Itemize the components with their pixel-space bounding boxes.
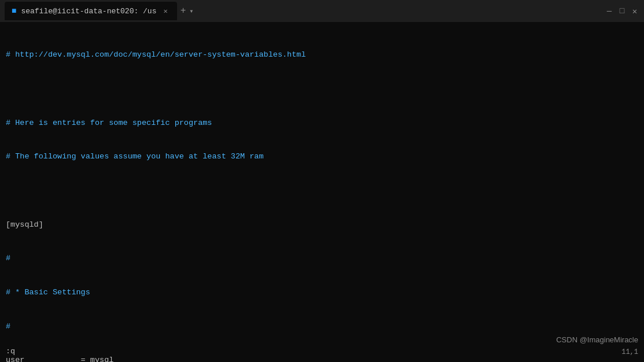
maximize-button[interactable]: □ bbox=[617, 6, 627, 16]
line-9: # bbox=[6, 321, 638, 333]
window-controls: — □ ✕ bbox=[605, 6, 639, 16]
terminal-tab[interactable]: ■ seafile@iicit-data-net020: /us ✕ bbox=[5, 2, 177, 20]
line-10: user = mysql bbox=[6, 354, 638, 362]
tab-label: seafile@iicit-data-net020: /us bbox=[21, 7, 156, 16]
line-2 bbox=[6, 83, 638, 95]
tab-area: ■ seafile@iicit-data-net020: /us ✕ + ▾ bbox=[5, 2, 595, 20]
line-3: # Here is entries for some specific prog… bbox=[6, 117, 638, 129]
tab-close-button[interactable]: ✕ bbox=[161, 6, 170, 17]
new-tab-button[interactable]: + bbox=[177, 5, 190, 17]
line-5 bbox=[6, 185, 638, 197]
bottom-command: :q bbox=[6, 346, 15, 357]
line-4: # The following values assume you have a… bbox=[6, 151, 638, 162]
title-bar: ■ seafile@iicit-data-net020: /us ✕ + ▾ —… bbox=[0, 0, 644, 22]
minimize-button[interactable]: — bbox=[605, 6, 614, 16]
dropdown-button[interactable]: ▾ bbox=[189, 7, 193, 16]
terminal-icon: ■ bbox=[12, 6, 16, 16]
cursor-position: 11,1 bbox=[621, 348, 638, 357]
terminal-body: # http://dev.mysql.com/doc/mysql/en/serv… bbox=[0, 22, 644, 362]
line-7: # bbox=[6, 253, 638, 264]
watermark: CSDN @ImagineMiracle bbox=[556, 335, 638, 346]
line-6: [mysqld] bbox=[6, 219, 638, 231]
close-button[interactable]: ✕ bbox=[630, 6, 639, 16]
line-1: # http://dev.mysql.com/doc/mysql/en/serv… bbox=[6, 49, 638, 61]
line-8: # * Basic Settings bbox=[6, 287, 638, 298]
